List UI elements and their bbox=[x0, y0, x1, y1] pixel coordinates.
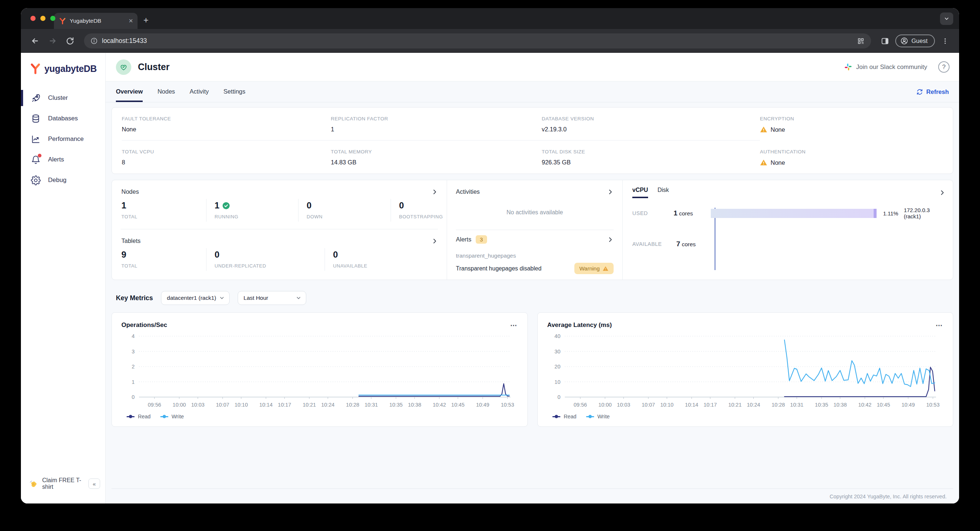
sidebar-collapse-button[interactable]: « bbox=[88, 478, 100, 489]
maximize-window-button[interactable] bbox=[50, 16, 56, 21]
activities-alerts-section: Activities No activities available Alert… bbox=[447, 180, 623, 280]
legend-read[interactable]: Read bbox=[127, 413, 151, 419]
side-panel-button[interactable] bbox=[878, 34, 892, 48]
slack-community-link[interactable]: Join our Slack community bbox=[844, 63, 927, 71]
tab-activity[interactable]: Activity bbox=[189, 81, 209, 102]
sidebar-item-databases[interactable]: Databases bbox=[21, 108, 105, 129]
stat-value: 0 bbox=[333, 250, 437, 260]
svg-text:10:10: 10:10 bbox=[234, 402, 248, 408]
warning-triangle-icon bbox=[760, 159, 767, 166]
activities-empty-message: No activities available bbox=[456, 209, 614, 216]
region-select[interactable]: datacenter1 (rack1) bbox=[161, 291, 230, 305]
sidebar-footer: Claim FREE T-shirt « bbox=[21, 477, 105, 504]
help-button[interactable]: ? bbox=[938, 61, 950, 73]
chart-legend: Read Write bbox=[547, 411, 943, 422]
info-total-vcpu: TOTAL VCPU 8 bbox=[122, 140, 331, 174]
tab-nodes[interactable]: Nodes bbox=[158, 81, 175, 102]
profile-button[interactable]: Guest bbox=[895, 35, 935, 47]
stat-tablets-unavailable: 0 UNAVAILABLE bbox=[325, 248, 437, 271]
warning-triangle-icon bbox=[760, 126, 767, 133]
tablets-title: Tablets bbox=[121, 238, 140, 244]
latency-plot: 01020304009:5610:0010:0310:0710:1010:141… bbox=[547, 331, 943, 411]
back-arrow-icon bbox=[31, 37, 39, 45]
url-text[interactable]: localhost:15433 bbox=[102, 37, 853, 45]
nodes-stats: 1 TOTAL 1 RUNNING 0 bbox=[112, 198, 447, 225]
overview-card: Nodes 1 TOTAL 1 bbox=[111, 180, 953, 280]
performance-chart-icon bbox=[31, 134, 41, 144]
gear-icon bbox=[31, 175, 41, 185]
time-range-select[interactable]: Last Hour bbox=[238, 291, 306, 305]
chart-menu-button[interactable]: ⋯ bbox=[510, 321, 518, 330]
divider bbox=[121, 229, 438, 230]
alerts-title: Alerts bbox=[456, 236, 471, 243]
refresh-icon bbox=[916, 88, 923, 96]
stat-value: 0 bbox=[399, 200, 443, 210]
svg-text:10:24: 10:24 bbox=[321, 402, 334, 408]
svg-text:10:17: 10:17 bbox=[703, 402, 717, 408]
svg-text:10:38: 10:38 bbox=[833, 402, 846, 408]
sidebar-item-performance[interactable]: Performance bbox=[21, 129, 105, 149]
url-bar[interactable]: localhost:15433 bbox=[84, 33, 871, 48]
info-database-version: DATABASE VERSION v2.19.3.0 bbox=[542, 107, 760, 140]
minimize-window-button[interactable] bbox=[40, 16, 46, 21]
svg-text:20: 20 bbox=[555, 364, 560, 370]
svg-text:2: 2 bbox=[132, 364, 135, 370]
read-series-marker bbox=[127, 416, 135, 417]
legend-read[interactable]: Read bbox=[552, 413, 577, 419]
sidebar-item-cluster[interactable]: Cluster bbox=[21, 88, 105, 108]
svg-text:10:03: 10:03 bbox=[191, 402, 204, 408]
logo[interactable]: yugabyteDB bbox=[21, 53, 105, 83]
chart-menu-button[interactable]: ⋯ bbox=[935, 321, 943, 330]
back-button[interactable] bbox=[27, 34, 42, 48]
vcpu-used-bar bbox=[711, 209, 877, 218]
stat-value: 1 bbox=[121, 200, 206, 210]
svg-text:10:38: 10:38 bbox=[408, 402, 421, 408]
browser-tab[interactable]: YugabyteDB ✕ bbox=[54, 13, 138, 29]
sidebar-item-alerts[interactable]: Alerts bbox=[21, 149, 105, 170]
time-range-value: Last Hour bbox=[243, 295, 296, 301]
close-window-button[interactable] bbox=[30, 16, 36, 21]
tab-overview[interactable]: Overview bbox=[116, 81, 143, 102]
tab-search-button[interactable] bbox=[940, 13, 953, 25]
qr-code-icon[interactable] bbox=[857, 37, 864, 45]
tshirt-promo-label[interactable]: Claim FREE T-shirt bbox=[42, 477, 84, 490]
stat-value: 0 bbox=[307, 200, 391, 210]
reload-button[interactable] bbox=[63, 34, 77, 48]
svg-text:10:21: 10:21 bbox=[302, 402, 316, 408]
forward-button[interactable] bbox=[45, 34, 60, 48]
browser-window: YugabyteDB ✕ + localhost:15433 bbox=[21, 8, 959, 504]
stat-label: RUNNING bbox=[215, 214, 298, 220]
legend-write[interactable]: Write bbox=[160, 413, 184, 419]
tablets-chevron-button[interactable] bbox=[431, 238, 438, 244]
sidebar-item-debug[interactable]: Debug bbox=[21, 170, 105, 190]
info-replication-factor: REPLICATION FACTOR 1 bbox=[331, 107, 542, 140]
chevron-right-icon bbox=[607, 189, 614, 195]
info-label: FAULT TOLERANCE bbox=[122, 116, 327, 121]
svg-text:10:03: 10:03 bbox=[617, 402, 630, 408]
sidebar-item-label: Cluster bbox=[48, 94, 68, 102]
legend-write[interactable]: Write bbox=[586, 413, 610, 419]
alerts-chevron-button[interactable] bbox=[607, 236, 614, 243]
latency-chart-card: Average Latency (ms) ⋯ 01020304009:5610:… bbox=[537, 312, 953, 427]
alert-name[interactable]: transparent_hugepages bbox=[456, 252, 614, 259]
tab-settings[interactable]: Settings bbox=[223, 81, 245, 102]
refresh-button[interactable]: Refresh bbox=[916, 81, 949, 102]
site-info-icon[interactable] bbox=[91, 37, 97, 45]
activities-chevron-button[interactable] bbox=[607, 189, 614, 195]
chart-header: Average Latency (ms) ⋯ bbox=[547, 319, 943, 331]
tab-disk[interactable]: Disk bbox=[658, 187, 669, 198]
svg-text:10:17: 10:17 bbox=[278, 402, 291, 408]
header-actions: Join our Slack community ? bbox=[844, 61, 950, 73]
nodes-chevron-button[interactable] bbox=[431, 189, 438, 195]
sidebar: yugabyteDB Cluster bbox=[21, 53, 106, 504]
footer: Copyright 2024 YugaByte, Inc. All rights… bbox=[111, 488, 953, 504]
legend-label: Read bbox=[138, 413, 151, 419]
svg-text:10:21: 10:21 bbox=[729, 402, 741, 408]
tab-close-icon[interactable]: ✕ bbox=[128, 18, 133, 24]
operations-plot: 0123409:5610:0010:0310:0710:1010:1410:17… bbox=[121, 331, 518, 411]
chevron-down-icon bbox=[219, 295, 225, 301]
resources-chevron-button[interactable] bbox=[939, 189, 945, 196]
browser-menu-button[interactable] bbox=[938, 34, 953, 48]
new-tab-button[interactable]: + bbox=[143, 15, 148, 26]
tab-vcpu[interactable]: vCPU bbox=[632, 187, 648, 198]
